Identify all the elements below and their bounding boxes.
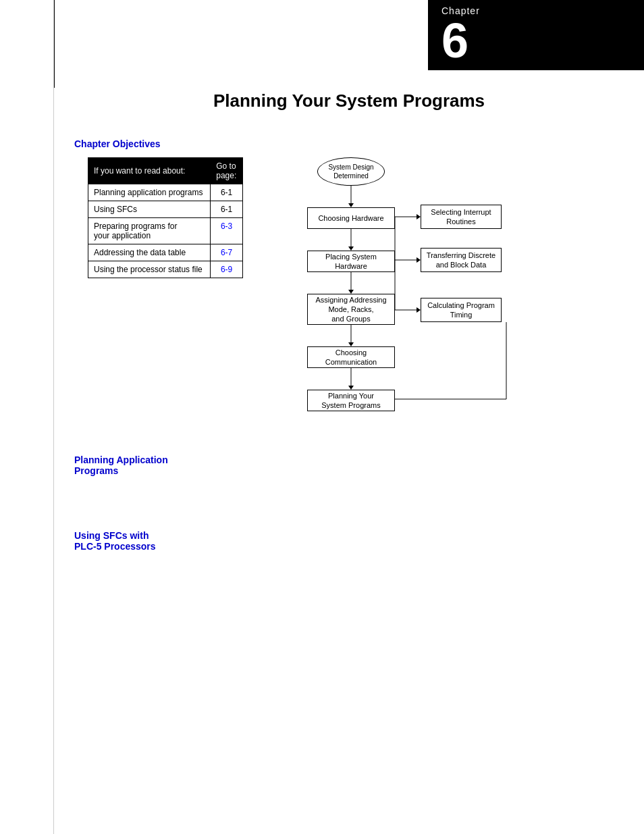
table-row: Planning application programs 6-1 <box>88 184 243 201</box>
node-calculating-timing: Calculating ProgramTiming <box>421 298 502 322</box>
app-programs-heading: Planning ApplicationPrograms <box>74 454 209 476</box>
table-row: Preparing programs foryour application 6… <box>88 218 243 244</box>
chapter-objectives-heading: Chapter Objectives <box>74 138 624 149</box>
table-cell-page: 6-1 <box>211 184 243 201</box>
node-placing-system: Placing SystemHardware <box>307 251 395 272</box>
table-cell-topic: Planning application programs <box>88 184 211 201</box>
table-cell-topic: Using SFCs <box>88 201 211 218</box>
node-selecting-interrupt: Selecting InterruptRoutines <box>421 205 502 229</box>
table-cell-topic: Using the processor status file <box>88 261 211 278</box>
table-row: Using the processor status file 6-9 <box>88 261 243 278</box>
page-title: Planning Your System Programs <box>74 90 624 111</box>
table-cell-page-link[interactable]: 6-7 <box>211 244 243 261</box>
table-cell-topic: Addressing the data table <box>88 244 211 261</box>
using-sfcs-heading: Using SFCs withPLC-5 Processors <box>74 530 209 552</box>
node-choosing-hardware: Choosing Hardware <box>307 207 395 229</box>
table-col2-header: Go to page: <box>211 158 243 184</box>
node-system-design: System DesignDetermined <box>317 157 385 186</box>
app-programs-body <box>209 454 624 476</box>
chapter-number: 6 <box>441 16 480 65</box>
flowchart: System DesignDetermined Choosing Hardwar… <box>257 157 624 427</box>
node-assigning-addressing: Assigning AddressingMode, Racks,and Grou… <box>307 294 395 325</box>
node-choosing-communication: ChoosingCommunication <box>307 346 395 368</box>
reference-table: If you want to read about: Go to page: P… <box>88 157 243 278</box>
table-cell-page-link[interactable]: 6-3 <box>211 218 243 244</box>
node-planning-system-programs: Planning YourSystem Programs <box>307 390 395 411</box>
table-row: Addressing the data table 6-7 <box>88 244 243 261</box>
using-sfcs-body <box>209 530 624 552</box>
node-transferring-discrete: Transferring Discreteand Block Data <box>421 248 502 272</box>
table-row: Using SFCs 6-1 <box>88 201 243 218</box>
table-col1-header: If you want to read about: <box>88 158 211 184</box>
table-cell-page: 6-1 <box>211 201 243 218</box>
table-cell-topic: Preparing programs foryour application <box>88 218 211 244</box>
table-cell-page-link[interactable]: 6-9 <box>211 261 243 278</box>
